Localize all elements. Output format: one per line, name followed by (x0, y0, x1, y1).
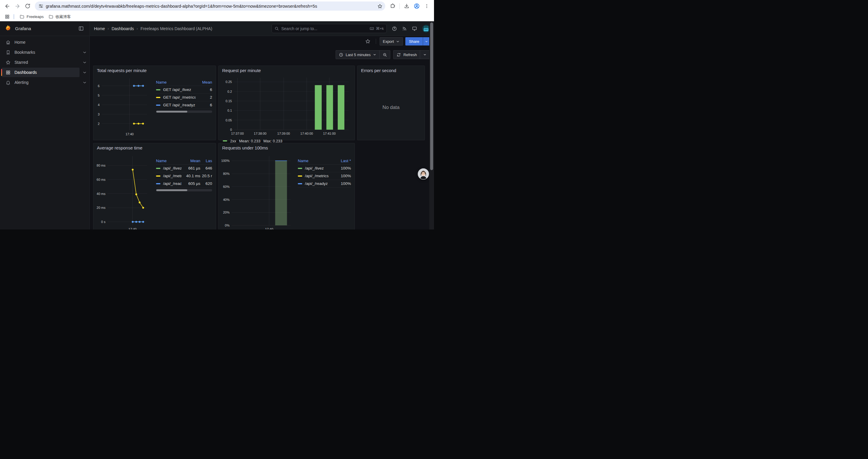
share-button[interactable]: Share (405, 37, 423, 45)
legend-col-mean[interactable]: Mean (181, 159, 200, 163)
sidebar-item-bookmarks-button[interactable]: Bookmarks (2, 47, 80, 57)
total-requests-chart[interactable]: 6543217:40 (94, 75, 152, 137)
legend-row[interactable]: GET /api/_/metrics2 (156, 94, 212, 101)
user-avatar[interactable] (422, 25, 430, 32)
chevron-down-icon (373, 53, 376, 57)
series-name: GET /api/_/readyz (163, 103, 195, 107)
legend-row[interactable]: GET /api/_/readyz6 (156, 101, 212, 109)
sidebar-item-bookmarks: Bookmarks (0, 47, 90, 57)
series-name: /api/_/metrics (305, 174, 329, 178)
apps-shortcut-icon[interactable] (3, 13, 11, 21)
search-input[interactable]: Search or jump to... ⌘+k (272, 24, 387, 33)
panel-title[interactable]: Total requests per minute (93, 66, 216, 75)
bookmark-star-icon[interactable] (375, 2, 385, 10)
sidebar-item-alerting: Alerting (0, 77, 90, 88)
breadcrumb-home[interactable]: Home (94, 26, 105, 31)
legend-col-name[interactable]: Name (298, 159, 335, 163)
legend-col-las[interactable]: Las (200, 159, 212, 163)
zoom-out-icon (382, 53, 387, 57)
sidebar-item-home-button[interactable]: Home (2, 37, 90, 47)
help-icon[interactable] (390, 25, 399, 33)
svg-text:60%: 60% (223, 185, 229, 189)
chevron-down-icon[interactable] (80, 67, 90, 77)
legend-row[interactable]: /api/_/metrics40.1 ms20.5 r (156, 172, 212, 180)
breadcrumb-dashboards[interactable]: Dashboards (112, 26, 134, 31)
bookmark-folder-blogs[interactable]: 收藏博客 (46, 13, 73, 21)
bookmark-folder-freeleaps[interactable]: Freeleaps (17, 13, 46, 21)
sidebar-item-starred-button[interactable]: Starred (2, 58, 80, 67)
profile-icon[interactable] (411, 1, 422, 11)
panel-total-requests: Total requests per minute 6543217:40 Nam… (93, 66, 216, 140)
legend-scrollbar-thumb[interactable] (156, 189, 187, 191)
floating-assistant-avatar[interactable] (418, 168, 429, 179)
svg-text:17:38:00: 17:38:00 (254, 132, 267, 135)
legend-row[interactable]: /api/_/livez661 µs646 (156, 165, 212, 172)
zoom-out-button[interactable] (379, 51, 390, 59)
avg-response-time-chart[interactable]: 80 ms60 ms40 ms20 ms0 s17:40 (94, 152, 152, 230)
series-color-pill (298, 168, 302, 169)
forward-icon[interactable] (12, 1, 23, 11)
sidebar-item-label: Starred (14, 60, 28, 65)
reload-icon[interactable] (23, 1, 32, 11)
refresh-interval-chevron-icon[interactable] (420, 51, 430, 59)
breadcrumb-separator: › (134, 26, 140, 31)
svg-text:0: 0 (230, 128, 232, 131)
legend-col-name[interactable]: Name (156, 159, 181, 163)
export-button[interactable]: Export (380, 37, 403, 45)
scrollbar-thumb[interactable] (430, 23, 433, 170)
chevron-down-icon[interactable] (80, 57, 90, 67)
sidebar-nav: Home Bookmarks (0, 36, 90, 88)
legend-header: NameMeanLas (156, 157, 212, 165)
chevron-down-icon[interactable] (80, 77, 90, 88)
series-name: /api/_/livez (305, 166, 324, 170)
news-rss-icon[interactable] (400, 25, 409, 33)
series-color-pill (156, 168, 160, 169)
apps-grid-icon (6, 70, 11, 75)
avg-response-time-legend: NameMeanLas/api/_/livez661 µs646/api/_/m… (152, 152, 216, 230)
legend-col-mean[interactable]: Mean (195, 80, 212, 85)
page-scrollbar[interactable] (429, 21, 434, 230)
sidebar-collapse-icon[interactable] (76, 24, 85, 33)
browser-chrome: grafana.mathmast.com/d/deytv4rwavabkb/fr… (0, 0, 434, 21)
series-value: 20.5 r (200, 174, 212, 178)
back-icon[interactable] (2, 1, 12, 11)
under-100ms-chart[interactable]: 100%80%60%40%20%0%17:40 (219, 152, 294, 230)
legend-scrollbar-thumb[interactable] (156, 111, 187, 112)
legend-row[interactable]: GET /api/_/livez6 (156, 86, 212, 94)
legend-scrollbar[interactable] (156, 110, 212, 113)
legend-row[interactable]: /api/_/readyz605 µs620 (156, 180, 212, 188)
panel-title[interactable]: Errors per second (358, 66, 425, 75)
panel-title[interactable]: Requests under 100ms (219, 143, 354, 152)
extensions-icon[interactable] (388, 1, 398, 11)
legend-row[interactable]: /api/_/livez100% (298, 165, 351, 172)
actions-divider (376, 39, 376, 44)
url-text[interactable]: grafana.mathmast.com/d/deytv4rwavabkb/fr… (46, 4, 375, 8)
panel-title[interactable]: Average response time (93, 143, 216, 152)
sidebar-item-dashboards-button[interactable]: Dashboards (2, 68, 80, 77)
legend-col-name[interactable]: Name (156, 80, 195, 85)
star-icon (6, 60, 11, 65)
legend-row[interactable]: /api/_/readyz100% (298, 180, 351, 188)
share-menu-chevron-icon[interactable] (423, 37, 430, 45)
breadcrumb: Home › Dashboards › Freeleaps Metrics Da… (94, 26, 212, 31)
legend-col-last-[interactable]: Last * (335, 159, 351, 163)
legend-row[interactable]: /api/_/metrics100% (298, 172, 351, 180)
browser-menu-icon[interactable] (422, 1, 432, 11)
favorite-star-icon[interactable] (363, 37, 372, 46)
request-per-minute-chart[interactable]: 0.250.20.150.10.05017:37:0017:38:0017:39… (222, 75, 351, 137)
url-bar[interactable]: grafana.mathmast.com/d/deytv4rwavabkb/fr… (35, 1, 385, 11)
series-value: 6 (195, 88, 212, 92)
downloads-icon[interactable] (402, 1, 411, 11)
legend-header: NameLast * (298, 157, 351, 165)
refresh-button[interactable]: Refresh (394, 51, 420, 59)
chevron-down-icon[interactable] (80, 47, 90, 57)
grafana-app: Grafana Home (0, 21, 434, 230)
folder-icon (49, 14, 54, 19)
grafana-logo[interactable] (4, 25, 12, 32)
panel-title[interactable]: Request per minute (219, 66, 354, 75)
display-icon[interactable] (410, 25, 418, 33)
legend-scrollbar[interactable] (156, 189, 212, 191)
sidebar-item-alerting-button[interactable]: Alerting (2, 78, 80, 87)
time-range-picker[interactable]: Last 5 minutes (336, 51, 380, 59)
site-settings-icon[interactable] (38, 4, 43, 8)
